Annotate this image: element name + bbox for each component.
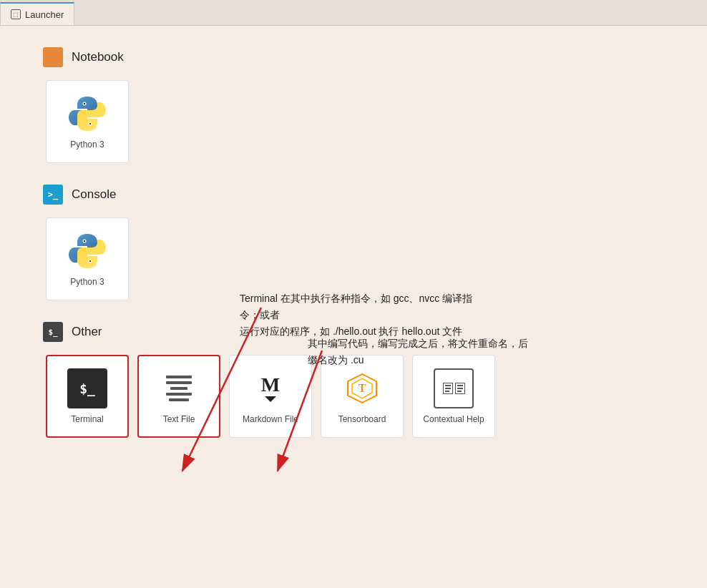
- tensorboard-label: Tensorboard: [338, 414, 386, 424]
- console-python3-card[interactable]: Python 3: [46, 217, 129, 300]
- markdown-icon: M: [250, 368, 291, 408]
- launcher-tab-icon: ⬚: [11, 9, 21, 19]
- python3-console-icon: [67, 231, 107, 271]
- notebook-python3-card[interactable]: Python 3: [46, 80, 129, 163]
- tensorboard-card[interactable]: T Tensorboard: [321, 355, 404, 438]
- other-section-header: $_ Other: [43, 322, 664, 342]
- other-cards-row: $_ Terminal Text File M Markdow: [46, 355, 664, 438]
- textfile-label: Text File: [163, 414, 195, 424]
- terminal-card[interactable]: $_ Terminal: [46, 355, 129, 438]
- console-icon: >_: [43, 185, 63, 205]
- svg-point-1: [84, 103, 85, 104]
- svg-point-7: [89, 260, 91, 262]
- console-section-header: >_ Console: [43, 185, 664, 205]
- markdown-label: Markdown File: [243, 414, 298, 424]
- console-cards-row: Python 3: [46, 217, 664, 300]
- textfile-icon: [159, 368, 199, 408]
- notebook-section-title: Notebook: [72, 50, 124, 64]
- other-icon: $_: [43, 322, 63, 342]
- python3-notebook-icon: [67, 94, 107, 134]
- markdown-card[interactable]: M Markdown File: [229, 355, 312, 438]
- notebook-python3-label: Python 3: [70, 139, 104, 150]
- svg-text:T: T: [359, 382, 366, 394]
- other-section-title: Other: [72, 325, 102, 339]
- terminal-icon: $_: [67, 368, 107, 408]
- notebook-section-header: Notebook: [43, 47, 664, 67]
- terminal-label: Terminal: [71, 414, 103, 424]
- launcher-tab-label: Launcher: [25, 9, 64, 20]
- launcher-tab[interactable]: ⬚ Launcher: [0, 2, 74, 25]
- tensorboard-icon: T: [342, 368, 382, 408]
- launcher-main: Notebook: [0, 26, 707, 588]
- contextual-help-label: Contextual Help: [423, 414, 484, 424]
- contextual-help-icon: [434, 368, 474, 408]
- console-python3-label: Python 3: [70, 277, 104, 287]
- svg-point-5: [84, 240, 85, 242]
- svg-point-3: [89, 123, 91, 124]
- notebook-icon: [43, 47, 63, 67]
- textfile-card[interactable]: Text File: [137, 355, 220, 438]
- notebook-cards-row: Python 3: [46, 80, 664, 163]
- tab-bar: ⬚ Launcher: [0, 0, 707, 26]
- console-section-title: Console: [72, 187, 116, 202]
- contextual-help-card[interactable]: Contextual Help: [412, 355, 495, 438]
